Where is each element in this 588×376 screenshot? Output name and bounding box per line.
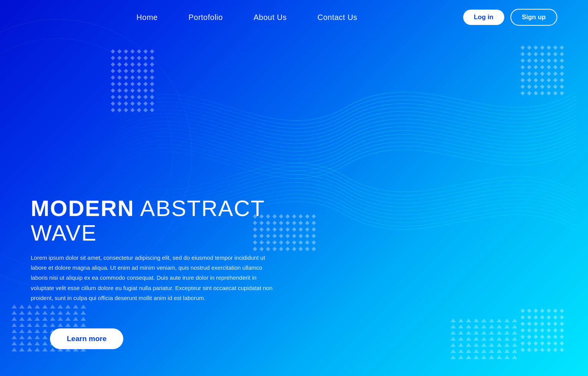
nav-links: Home Portofolio About Us Contact Us — [31, 13, 463, 22]
page-wrapper: (function() { const grid = document.quer… — [0, 0, 588, 376]
nav-portfolio[interactable]: Portofolio — [189, 13, 223, 22]
triangle-grid-bottom-right: (function() { const grid = document.quer… — [451, 318, 519, 361]
dot-grid-top-right: (function() { const grid = document.quer… — [521, 46, 565, 96]
hero-description: Lorem ipsum dolor sit amet, consectetur … — [31, 253, 280, 303]
learn-more-button[interactable]: Learn more — [50, 328, 123, 349]
signup-button[interactable]: Sign up — [510, 9, 557, 26]
hero-content: MODERN ABSTRACT WAVE Lorem ipsum dolor s… — [31, 196, 280, 315]
nav-about[interactable]: About Us — [253, 13, 287, 22]
navbar: Home Portofolio About Us Contact Us Log … — [0, 0, 588, 35]
hero-title-bold: MODERN — [31, 196, 134, 221]
hero-title: MODERN ABSTRACT WAVE — [31, 196, 280, 245]
dot-grid-bottom-right: (function() { const grid = document.quer… — [521, 309, 565, 353]
nav-contact[interactable]: Contact Us — [317, 13, 357, 22]
nav-buttons: Log in Sign up — [463, 9, 557, 26]
nav-home[interactable]: Home — [136, 13, 157, 22]
dot-grid-top-center: (function() { const grid = document.quer… — [111, 50, 155, 113]
login-button[interactable]: Log in — [463, 10, 504, 25]
